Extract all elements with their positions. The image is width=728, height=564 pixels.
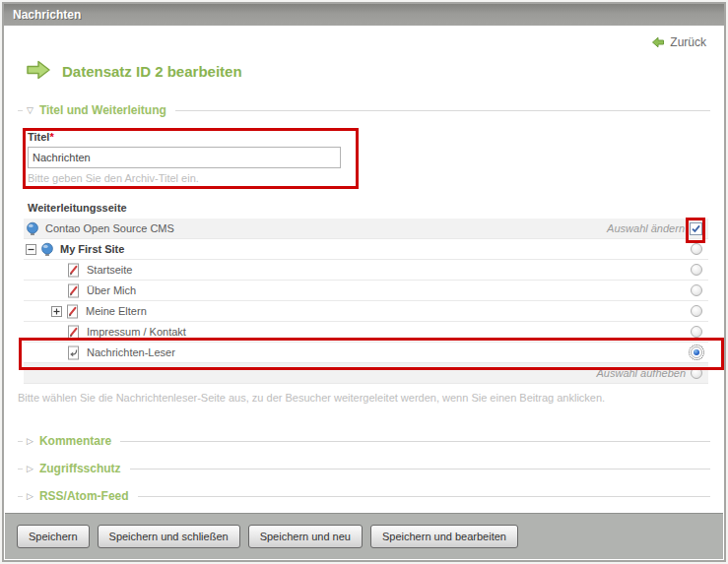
legend-dash — [18, 496, 23, 497]
tree-item-label: My First Site — [60, 243, 124, 255]
speichern-und-schlie-en-button[interactable]: Speichern und schließen — [98, 525, 240, 548]
page-radio[interactable] — [691, 284, 702, 296]
page-checkbox-checked[interactable] — [690, 222, 702, 235]
triangle-down-icon: ▽ — [27, 105, 33, 115]
app-window: Nachrichten Zurück Datensatz ID 2 bearbe… — [2, 2, 726, 562]
page-redirect-icon — [67, 345, 81, 360]
globe-icon — [26, 221, 39, 236]
speichern-und-bearbeiten-button[interactable]: Speichern und bearbeiten — [370, 525, 518, 548]
legend-dash — [18, 441, 23, 442]
back-link[interactable]: Zurück — [18, 35, 706, 51]
main-content: Zurück Datensatz ID 2 bearbeiten ▽ Titel… — [4, 26, 724, 513]
tree-row: Meine Eltern — [24, 301, 708, 322]
tree-row: Contao Open Source CMSAuswahl ändern — [24, 219, 708, 239]
page-tree: Contao Open Source CMSAuswahl ändernMy F… — [24, 219, 708, 384]
legend-line — [138, 496, 710, 497]
page-radio[interactable] — [691, 243, 702, 255]
triangle-right-icon: ▷ — [27, 436, 33, 446]
tree-item-label: Contao Open Source CMS — [45, 222, 174, 234]
title-field-label: Titel* — [28, 131, 341, 143]
tree-item-label: Meine Eltern — [86, 305, 147, 317]
submit-button-bar: SpeichernSpeichern und schließenSpeicher… — [5, 513, 723, 559]
selection-action-label: Auswahl aufheben — [596, 367, 686, 379]
page-radio[interactable] — [691, 367, 702, 379]
triangle-right-icon: ▷ — [27, 464, 33, 473]
tree-item-label: Nachrichten-Leser — [87, 346, 175, 358]
page-title-text: Datensatz ID 2 bearbeiten — [62, 63, 242, 80]
page-title: Datensatz ID 2 bearbeiten — [26, 59, 710, 84]
tree-row: Impressum / Kontakt — [24, 322, 708, 343]
page-icon — [67, 325, 81, 340]
fieldset-legend-collapsed-0[interactable]: ▷Kommentare — [18, 427, 710, 455]
tree-row: My First Site — [24, 239, 708, 260]
legend-dash — [18, 110, 23, 111]
tree-row: Nachrichten-Leser — [24, 343, 708, 363]
title-field-group: Titel* Bitte geben Sie den Archiv-Titel … — [28, 131, 341, 184]
page-tree-help: Bitte wählen Sie die Nachrichtenleser-Se… — [18, 392, 710, 404]
page-radio[interactable] — [691, 305, 702, 317]
speichern-und-neu-button[interactable]: Speichern und neu — [248, 525, 363, 548]
legend-text: Kommentare — [39, 434, 111, 448]
selection-action-label: Auswahl ändern — [607, 222, 685, 234]
fieldset-legend-title-redirect[interactable]: ▽ Titel und Weiterleitung — [18, 103, 710, 117]
tree-item-label: Über Mich — [87, 284, 136, 296]
legend-text: Zugriffsschutz — [39, 462, 121, 475]
legend-text: Titel und Weiterleitung — [39, 103, 166, 117]
tree-row: Auswahl aufheben — [24, 363, 708, 384]
fieldset-legend-collapsed-1[interactable]: ▷Zugriffsschutz — [18, 455, 710, 482]
redirect-page-label: Weiterleitungsseite — [28, 202, 710, 214]
legend-dash — [18, 469, 23, 470]
tree-row: Startseite — [24, 260, 708, 281]
plus-expander-icon[interactable] — [51, 306, 62, 317]
tree-item-label: Startseite — [87, 264, 132, 276]
title-field-help: Bitte geben Sie den Archiv-Titel ein. — [28, 172, 341, 184]
collapsed-fieldsets: ▷Kommentare▷Zugriffsschutz▷RSS/Atom-Feed — [18, 427, 710, 510]
tree-item-label: Impressum / Kontakt — [87, 326, 186, 338]
page-radio[interactable] — [691, 264, 702, 276]
legend-line — [130, 469, 710, 470]
minus-expander-icon[interactable] — [26, 244, 36, 255]
page-icon — [66, 304, 80, 319]
page-icon — [67, 263, 81, 278]
mandatory-asterisk: * — [49, 131, 53, 143]
edit-record-arrow-icon — [26, 59, 51, 84]
window-title: Nachrichten — [13, 8, 81, 22]
title-input[interactable] — [28, 147, 341, 168]
globe-icon — [40, 242, 54, 257]
legend-line — [120, 441, 710, 442]
legend-text: RSS/Atom-Feed — [39, 489, 129, 503]
page-radio-selected[interactable] — [691, 346, 702, 358]
page-icon — [67, 283, 81, 298]
window-titlebar: Nachrichten — [4, 4, 724, 26]
speichern-button[interactable]: Speichern — [17, 525, 90, 548]
back-link-label: Zurück — [670, 35, 706, 49]
fieldset-legend-collapsed-2[interactable]: ▷RSS/Atom-Feed — [18, 482, 710, 510]
triangle-right-icon: ▷ — [27, 491, 33, 501]
back-arrow-icon — [651, 36, 665, 51]
legend-line — [175, 110, 710, 111]
page-radio[interactable] — [691, 326, 702, 338]
tree-row: Über Mich — [24, 281, 708, 301]
